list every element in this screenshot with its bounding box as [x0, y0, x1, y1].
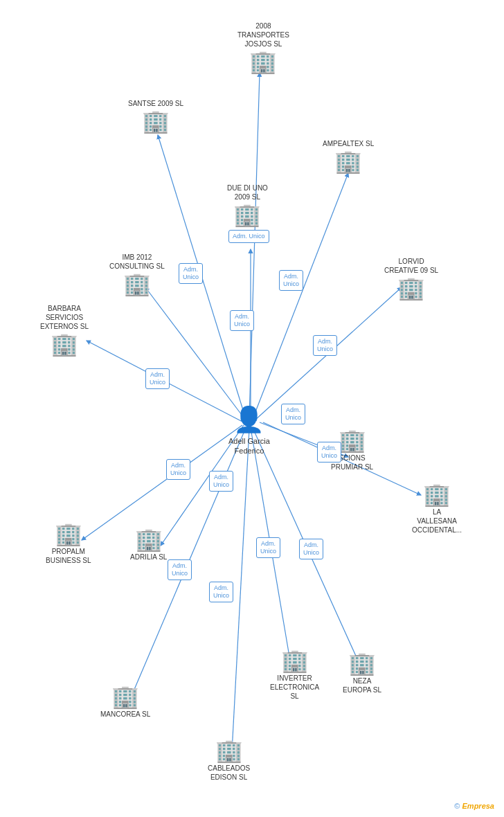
- inverter-icon: 🏢: [281, 649, 309, 672]
- company-barbara[interactable]: BARBARASERVICIOSEXTERNOS SL 🏢: [40, 302, 89, 355]
- imb-label: IMB 2012CONSULTING SL: [109, 253, 165, 271]
- adm-badge-8[interactable]: Adm.Unico: [317, 442, 341, 463]
- company-imb2012[interactable]: IMB 2012CONSULTING SL 🏢: [109, 251, 165, 295]
- lorvid-icon: 🏢: [397, 277, 425, 299]
- company-lorvid[interactable]: LORVIDCREATIVE 09 SL 🏢: [384, 255, 438, 299]
- adm-badge-9[interactable]: Adm.Unico: [166, 459, 190, 480]
- person-icon: 👤: [233, 405, 264, 434]
- company-santse[interactable]: SANTSE 2009 SL 🏢: [128, 97, 183, 132]
- adm-badge-1[interactable]: Adm. Unico: [228, 230, 269, 243]
- copyright-symbol: ©: [454, 802, 460, 810]
- company-neza[interactable]: 🏢 NEZAEUROPA SL: [343, 652, 381, 694]
- svg-line-14: [232, 429, 249, 751]
- transportes-label: 2008TRANSPORTESJOSJOS SL: [237, 21, 289, 48]
- mancorea-icon: 🏢: [111, 685, 139, 708]
- ampealtex-label: AMPEALTEX SL: [323, 139, 374, 148]
- svg-line-0: [249, 73, 260, 419]
- barbara-label: BARBARASERVICIOSEXTERNOS SL: [40, 304, 89, 331]
- adm-badge-2[interactable]: Adm.Unico: [279, 270, 303, 291]
- due-label: DUE DI UNO2009 SL: [227, 183, 268, 201]
- diagram: 👤 Adell GarciaFederico 2008TRANSPORTESJO…: [0, 0, 504, 817]
- imb-icon: 🏢: [123, 273, 151, 295]
- propalm-icon: 🏢: [55, 523, 82, 545]
- vallesana-label: LAVALLESANAOCCIDENTAL...: [412, 508, 462, 535]
- company-transportes[interactable]: 2008TRANSPORTESJOSJOS SL 🏢: [237, 19, 289, 73]
- inverter-label: INVERTERELECTRONICASL: [270, 674, 319, 701]
- due-icon: 🏢: [233, 204, 261, 226]
- company-due-di-uno[interactable]: DUE DI UNO2009 SL 🏢: [227, 181, 268, 226]
- adrilia-icon: 🏢: [135, 528, 163, 550]
- adm-badge-4[interactable]: Adm.Unico: [230, 310, 254, 331]
- propalm-label: PROPALMBUSINESS SL: [46, 547, 91, 565]
- adm-badge-12[interactable]: Adm.Unico: [209, 582, 233, 602]
- adm-badge-5[interactable]: Adm.Unico: [313, 335, 337, 356]
- neza-icon: 🏢: [348, 652, 376, 674]
- svg-line-4: [145, 287, 246, 420]
- adm-badge-13[interactable]: Adm.Unico: [256, 537, 280, 558]
- adm-badge-7[interactable]: Adm.Unico: [281, 404, 305, 424]
- adrilia-label: ADRILIA SL: [130, 553, 167, 562]
- adm-badge-6[interactable]: Adm.Unico: [145, 368, 170, 389]
- neza-label: NEZAEUROPA SL: [343, 676, 381, 694]
- watermark: © Empresa: [454, 802, 494, 810]
- ampealtex-icon: 🏢: [334, 150, 362, 172]
- company-adrilia[interactable]: 🏢 ADRILIA SL: [130, 528, 167, 562]
- center-person[interactable]: 👤 Adell GarciaFederico: [228, 405, 270, 456]
- cableados-label: CABLEADOSEDISON SL: [208, 764, 250, 782]
- transportes-icon: 🏢: [249, 51, 277, 73]
- company-inverter[interactable]: 🏢 INVERTERELECTRONICASL: [270, 649, 319, 701]
- vallesana-icon: 🏢: [423, 483, 451, 505]
- brand-name: Empresa: [462, 802, 494, 810]
- company-la-vallesana[interactable]: 🏢 LAVALLESANAOCCIDENTAL...: [412, 483, 462, 535]
- company-ampealtex[interactable]: AMPEALTEX SL 🏢: [323, 137, 374, 172]
- company-cableados[interactable]: 🏢 CABLEADOSEDISON SL: [208, 739, 250, 782]
- adm-badge-3[interactable]: Adm.Unico: [179, 263, 203, 284]
- santse-label: SANTSE 2009 SL: [128, 99, 183, 108]
- adm-badge-14[interactable]: Adm.Unico: [299, 539, 323, 559]
- santse-icon: 🏢: [142, 110, 170, 132]
- center-person-label: Adell GarciaFederico: [228, 436, 270, 456]
- barbara-icon: 🏢: [51, 333, 78, 355]
- adm-badge-10[interactable]: Adm.Unico: [209, 471, 233, 492]
- company-propalm[interactable]: 🏢 PROPALMBUSINESS SL: [46, 523, 91, 565]
- company-mancorea[interactable]: 🏢 MANCOREA SL: [100, 685, 150, 719]
- adm-badge-11[interactable]: Adm.Unico: [168, 559, 192, 580]
- prumiar-icon: 🏢: [339, 429, 366, 451]
- mancorea-label: MANCOREA SL: [100, 710, 150, 719]
- lorvid-label: LORVIDCREATIVE 09 SL: [384, 257, 438, 275]
- cableados-icon: 🏢: [215, 739, 243, 762]
